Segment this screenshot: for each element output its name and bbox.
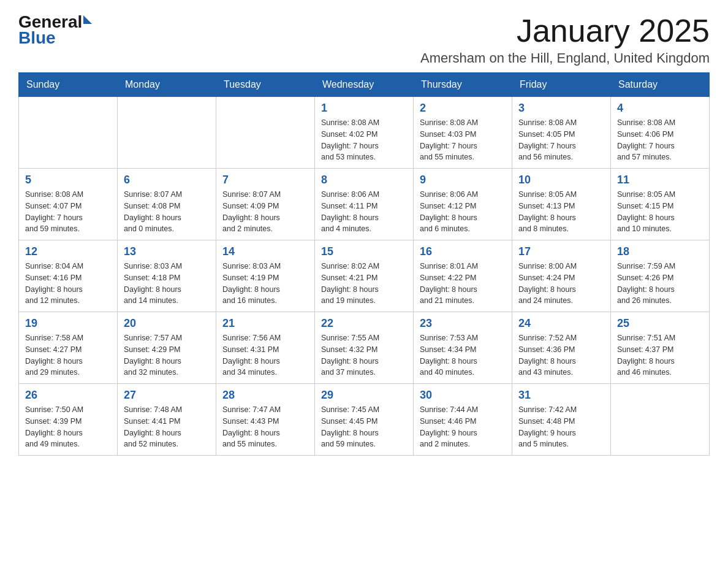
day-number: 7 [222, 174, 308, 186]
logo: General Blue [18, 12, 92, 48]
day-number: 15 [321, 245, 407, 258]
title-area: January 2025 Amersham on the Hill, Engla… [420, 12, 710, 66]
day-info: Sunrise: 8:02 AM Sunset: 4:21 PM Dayligh… [321, 261, 407, 307]
calendar-cell [19, 97, 118, 169]
calendar-cell: 1Sunrise: 8:08 AM Sunset: 4:02 PM Daylig… [315, 97, 414, 169]
calendar-cell: 22Sunrise: 7:55 AM Sunset: 4:32 PM Dayli… [315, 312, 414, 384]
column-header-wednesday: Wednesday [315, 73, 414, 97]
day-info: Sunrise: 7:57 AM Sunset: 4:29 PM Dayligh… [124, 332, 210, 378]
calendar-cell: 7Sunrise: 8:07 AM Sunset: 4:09 PM Daylig… [216, 169, 315, 240]
day-number: 8 [321, 174, 407, 186]
day-info: Sunrise: 8:06 AM Sunset: 4:11 PM Dayligh… [321, 189, 407, 235]
calendar-cell: 4Sunrise: 8:08 AM Sunset: 4:06 PM Daylig… [611, 97, 710, 169]
calendar-cell: 26Sunrise: 7:50 AM Sunset: 4:39 PM Dayli… [19, 384, 118, 456]
day-number: 1 [321, 102, 407, 115]
day-info: Sunrise: 8:07 AM Sunset: 4:08 PM Dayligh… [124, 189, 210, 235]
day-number: 12 [25, 245, 111, 258]
week-row-2: 5Sunrise: 8:08 AM Sunset: 4:07 PM Daylig… [19, 169, 710, 240]
day-info: Sunrise: 7:55 AM Sunset: 4:32 PM Dayligh… [321, 332, 407, 378]
column-header-sunday: Sunday [19, 73, 118, 97]
day-info: Sunrise: 7:48 AM Sunset: 4:41 PM Dayligh… [124, 404, 210, 450]
day-info: Sunrise: 7:44 AM Sunset: 4:46 PM Dayligh… [420, 404, 506, 450]
calendar-cell: 14Sunrise: 8:03 AM Sunset: 4:19 PM Dayli… [216, 240, 315, 312]
month-title: January 2025 [420, 12, 710, 49]
page-header: General Blue January 2025 Amersham on th… [18, 12, 710, 66]
week-row-3: 12Sunrise: 8:04 AM Sunset: 4:16 PM Dayli… [19, 240, 710, 312]
calendar-cell [611, 384, 710, 456]
day-info: Sunrise: 8:08 AM Sunset: 4:05 PM Dayligh… [518, 117, 604, 163]
calendar-cell: 25Sunrise: 7:51 AM Sunset: 4:37 PM Dayli… [611, 312, 710, 384]
column-header-tuesday: Tuesday [216, 73, 315, 97]
calendar-cell: 2Sunrise: 8:08 AM Sunset: 4:03 PM Daylig… [414, 97, 512, 169]
day-info: Sunrise: 8:07 AM Sunset: 4:09 PM Dayligh… [222, 189, 308, 235]
day-number: 20 [124, 317, 210, 330]
calendar-cell: 17Sunrise: 8:00 AM Sunset: 4:24 PM Dayli… [512, 240, 611, 312]
day-info: Sunrise: 8:00 AM Sunset: 4:24 PM Dayligh… [518, 261, 604, 307]
day-info: Sunrise: 8:06 AM Sunset: 4:12 PM Dayligh… [420, 189, 506, 235]
calendar-cell: 10Sunrise: 8:05 AM Sunset: 4:13 PM Dayli… [512, 169, 611, 240]
day-number: 13 [124, 245, 210, 258]
column-header-thursday: Thursday [414, 73, 512, 97]
day-info: Sunrise: 8:03 AM Sunset: 4:19 PM Dayligh… [222, 261, 308, 307]
day-info: Sunrise: 8:08 AM Sunset: 4:07 PM Dayligh… [25, 189, 111, 235]
logo-arrow-icon [83, 15, 92, 24]
calendar-cell: 21Sunrise: 7:56 AM Sunset: 4:31 PM Dayli… [216, 312, 315, 384]
calendar-cell: 13Sunrise: 8:03 AM Sunset: 4:18 PM Dayli… [118, 240, 216, 312]
calendar-cell: 5Sunrise: 8:08 AM Sunset: 4:07 PM Daylig… [19, 169, 118, 240]
calendar-cell: 16Sunrise: 8:01 AM Sunset: 4:22 PM Dayli… [414, 240, 512, 312]
day-number: 30 [420, 389, 506, 402]
calendar-cell: 23Sunrise: 7:53 AM Sunset: 4:34 PM Dayli… [414, 312, 512, 384]
day-info: Sunrise: 7:51 AM Sunset: 4:37 PM Dayligh… [617, 332, 703, 378]
day-info: Sunrise: 8:05 AM Sunset: 4:13 PM Dayligh… [518, 189, 604, 235]
day-number: 11 [617, 174, 703, 186]
day-info: Sunrise: 8:08 AM Sunset: 4:06 PM Dayligh… [617, 117, 703, 163]
calendar-cell: 18Sunrise: 7:59 AM Sunset: 4:26 PM Dayli… [611, 240, 710, 312]
calendar-cell: 29Sunrise: 7:45 AM Sunset: 4:45 PM Dayli… [315, 384, 414, 456]
day-number: 2 [420, 102, 506, 115]
day-info: Sunrise: 8:04 AM Sunset: 4:16 PM Dayligh… [25, 261, 111, 307]
day-number: 22 [321, 317, 407, 330]
day-info: Sunrise: 7:42 AM Sunset: 4:48 PM Dayligh… [518, 404, 604, 450]
calendar-cell: 15Sunrise: 8:02 AM Sunset: 4:21 PM Dayli… [315, 240, 414, 312]
day-info: Sunrise: 7:56 AM Sunset: 4:31 PM Dayligh… [222, 332, 308, 378]
day-number: 16 [420, 245, 506, 258]
day-number: 23 [420, 317, 506, 330]
day-number: 6 [124, 174, 210, 186]
column-header-friday: Friday [512, 73, 611, 97]
day-number: 29 [321, 389, 407, 402]
day-number: 4 [617, 102, 703, 115]
day-number: 31 [518, 389, 604, 402]
calendar-cell: 24Sunrise: 7:52 AM Sunset: 4:36 PM Dayli… [512, 312, 611, 384]
calendar-header-row: SundayMondayTuesdayWednesdayThursdayFrid… [19, 73, 710, 97]
day-number: 25 [617, 317, 703, 330]
day-info: Sunrise: 8:08 AM Sunset: 4:03 PM Dayligh… [420, 117, 506, 163]
column-header-monday: Monday [118, 73, 216, 97]
week-row-5: 26Sunrise: 7:50 AM Sunset: 4:39 PM Dayli… [19, 384, 710, 456]
day-info: Sunrise: 7:45 AM Sunset: 4:45 PM Dayligh… [321, 404, 407, 450]
day-info: Sunrise: 8:03 AM Sunset: 4:18 PM Dayligh… [124, 261, 210, 307]
calendar-cell: 27Sunrise: 7:48 AM Sunset: 4:41 PM Dayli… [118, 384, 216, 456]
calendar-cell: 9Sunrise: 8:06 AM Sunset: 4:12 PM Daylig… [414, 169, 512, 240]
day-info: Sunrise: 7:47 AM Sunset: 4:43 PM Dayligh… [222, 404, 308, 450]
day-number: 26 [25, 389, 111, 402]
calendar-cell: 19Sunrise: 7:58 AM Sunset: 4:27 PM Dayli… [19, 312, 118, 384]
calendar-cell: 28Sunrise: 7:47 AM Sunset: 4:43 PM Dayli… [216, 384, 315, 456]
day-info: Sunrise: 7:50 AM Sunset: 4:39 PM Dayligh… [25, 404, 111, 450]
day-info: Sunrise: 7:52 AM Sunset: 4:36 PM Dayligh… [518, 332, 604, 378]
day-info: Sunrise: 8:08 AM Sunset: 4:02 PM Dayligh… [321, 117, 407, 163]
calendar-cell: 31Sunrise: 7:42 AM Sunset: 4:48 PM Dayli… [512, 384, 611, 456]
day-number: 19 [25, 317, 111, 330]
day-number: 9 [420, 174, 506, 186]
calendar-cell: 11Sunrise: 8:05 AM Sunset: 4:15 PM Dayli… [611, 169, 710, 240]
calendar-cell [118, 97, 216, 169]
logo-blue-word: Blue [18, 28, 56, 48]
calendar-cell [216, 97, 315, 169]
day-number: 14 [222, 245, 308, 258]
week-row-1: 1Sunrise: 8:08 AM Sunset: 4:02 PM Daylig… [19, 97, 710, 169]
day-info: Sunrise: 8:01 AM Sunset: 4:22 PM Dayligh… [420, 261, 506, 307]
day-number: 5 [25, 174, 111, 186]
day-number: 17 [518, 245, 604, 258]
day-number: 24 [518, 317, 604, 330]
day-info: Sunrise: 8:05 AM Sunset: 4:15 PM Dayligh… [617, 189, 703, 235]
day-number: 18 [617, 245, 703, 258]
